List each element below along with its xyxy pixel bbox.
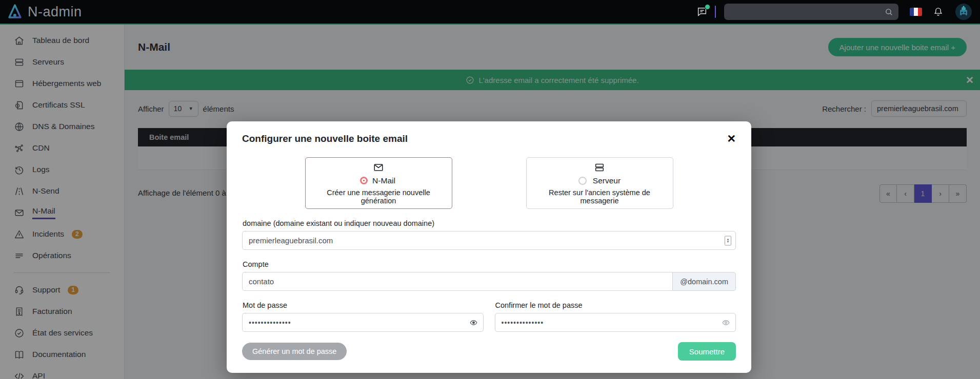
modal-close-button[interactable]: ✕ — [727, 133, 736, 145]
mailbox-type-options: N-Mail Créer une messagerie nouvelle gén… — [242, 157, 736, 209]
language-flag-fr[interactable] — [910, 8, 922, 16]
radio-unselected[interactable] — [578, 177, 587, 185]
domain-input[interactable] — [242, 231, 736, 250]
topbar-separator — [715, 6, 716, 18]
robot-avatar-icon — [957, 5, 970, 18]
brand-name: N-admin — [28, 4, 82, 20]
submit-button[interactable]: Soumettre — [678, 342, 736, 361]
topbar-search-input[interactable] — [729, 8, 885, 16]
logo-icon — [7, 4, 23, 20]
bell-icon — [933, 7, 943, 17]
toggle-password-visibility-button[interactable] — [469, 319, 478, 327]
confirm-password-field-label: Confirmer le mot de passe — [495, 301, 736, 309]
option-card-serveur[interactable]: Serveur Rester sur l'ancien système de m… — [526, 157, 673, 209]
account-field-label: Compte — [243, 260, 736, 268]
eye-icon — [721, 319, 731, 327]
mail-icon — [372, 162, 385, 173]
account-input[interactable] — [242, 272, 673, 291]
password-input[interactable] — [242, 313, 484, 332]
option-description: Créer une messagerie nouvelle génération — [309, 188, 449, 205]
domain-field-label: domaine (domaine existant ou indiquer no… — [243, 219, 736, 227]
option-description: Rester sur l'ancien système de messageri… — [530, 188, 670, 205]
password-field-label: Mot de passe — [243, 301, 484, 309]
modal-title: Configurer une nouvelle boite email — [242, 133, 408, 144]
notifications-bell-button[interactable] — [933, 7, 943, 17]
generate-password-button[interactable]: Générer un mot de passe — [242, 343, 347, 360]
eye-icon — [469, 319, 478, 327]
account-domain-suffix: @domain.com — [673, 272, 736, 291]
confirm-password-input[interactable] — [495, 313, 736, 332]
user-avatar[interactable] — [955, 4, 972, 20]
topbar: N-admin — [0, 0, 980, 24]
option-name: N-Mail — [372, 176, 395, 185]
chat-button[interactable] — [696, 6, 708, 17]
combobox-stepper-icon[interactable]: ▲▼ — [725, 236, 731, 245]
server-icon — [593, 162, 606, 173]
toggle-confirm-visibility-button[interactable] — [721, 319, 731, 327]
option-name: Serveur — [593, 176, 621, 185]
topbar-search[interactable] — [724, 4, 898, 20]
option-card-nmail[interactable]: N-Mail Créer une messagerie nouvelle gén… — [305, 157, 452, 209]
search-icon — [885, 8, 893, 16]
configure-mailbox-modal: Configurer une nouvelle boite email ✕ N-… — [227, 121, 751, 373]
brand-logo[interactable]: N-admin — [0, 4, 82, 20]
radio-selected[interactable] — [362, 178, 366, 183]
chat-badge — [705, 4, 710, 10]
